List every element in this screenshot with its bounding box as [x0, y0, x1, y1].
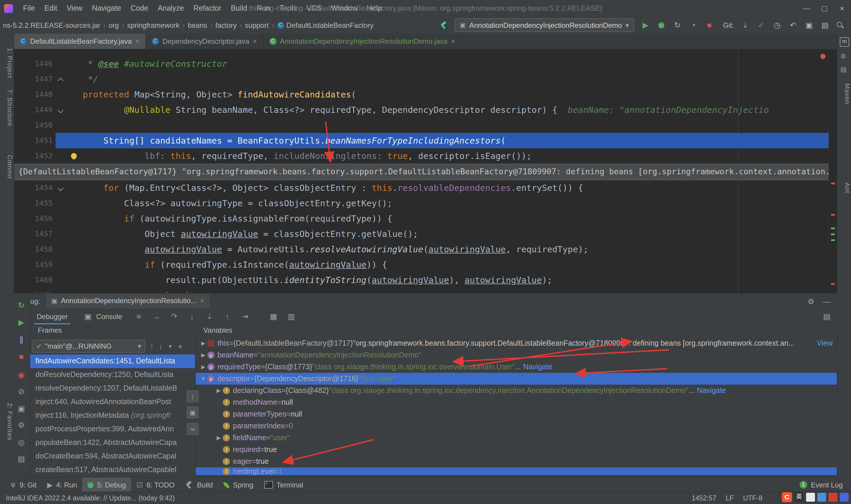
git-shelf-icon[interactable]	[804, 20, 814, 30]
navigate-link[interactable]: Navigate	[697, 385, 726, 396]
gutter-fold[interactable]	[56, 87, 66, 102]
pin-tab-icon[interactable]	[17, 437, 26, 447]
frame-row[interactable]: createBean:517, AbstractAutowireCapablel	[30, 463, 195, 477]
menu-file[interactable]: File	[18, 0, 40, 17]
menu-code[interactable]: Code	[126, 0, 153, 17]
code-editor[interactable]: 1446 * @see #autowireConstructor1447 */1…	[14, 49, 837, 293]
line-number[interactable]: 1457	[14, 226, 56, 242]
fold-expand-icon[interactable]	[58, 107, 64, 113]
toolwindow-item-5-debug[interactable]: 5: Debug	[83, 478, 131, 492]
menu-window[interactable]: Window	[326, 0, 362, 17]
frame-row[interactable]: postProcessProperties:399, AutowiredAnn	[30, 422, 195, 436]
tree-arrow-icon[interactable]: ▶	[215, 432, 223, 444]
stop-button[interactable]	[705, 20, 714, 30]
toolwindow-item-terminal[interactable]: Terminal	[259, 478, 309, 492]
menu-tools[interactable]: Tools	[275, 0, 302, 17]
line-number[interactable]: 1450	[14, 118, 56, 133]
line-number[interactable]: 1460	[14, 272, 56, 288]
code-text[interactable]	[83, 118, 829, 133]
git-history-icon[interactable]	[773, 20, 782, 30]
line-number[interactable]: 1454	[14, 180, 56, 196]
toolwindow-item-9-git[interactable]: 9: Git	[5, 478, 42, 492]
code-text[interactable]: lbf: this, requiredType, includeNonSingl…	[83, 148, 829, 164]
navigate-link[interactable]: Navigate	[523, 361, 552, 373]
settings-sliders-icon[interactable]	[287, 312, 296, 321]
right-stripe-gear-icon[interactable]	[840, 53, 846, 60]
variable-row-parameterIndex[interactable]: fparameterIndex = 0	[196, 420, 837, 432]
close-icon[interactable]	[200, 296, 204, 305]
line-number[interactable]: 1459	[14, 257, 56, 272]
gutter-fold[interactable]	[56, 102, 66, 118]
menu-navigate[interactable]: Navigate	[87, 0, 126, 17]
code-text[interactable]: */	[83, 72, 829, 87]
tree-arrow-icon[interactable]: ▶	[199, 337, 207, 349]
frame-down-icon[interactable]	[159, 342, 163, 351]
frame-row[interactable]: findAutowireCandidates:1451, DefaultList…	[30, 355, 195, 368]
code-text[interactable]: Class<?> autowiringType = classObjectEnt…	[83, 196, 829, 211]
line-separator[interactable]: LF	[726, 494, 734, 502]
right-stripe-panel-icon[interactable]	[840, 66, 847, 73]
line-number[interactable]: 1452	[14, 148, 56, 164]
toolwindow-item-6-todo[interactable]: 6: TODO	[131, 478, 180, 492]
run-configuration-select[interactable]: AnnotationDependencyInjectionResolutionD…	[454, 18, 634, 32]
gutter-fold[interactable]	[56, 118, 66, 133]
tab-debugger[interactable]: Debugger	[33, 309, 71, 324]
gutter-fold[interactable]	[56, 288, 66, 293]
toolwindow-item-spring[interactable]: Spring	[218, 478, 258, 492]
filter-icon[interactable]	[168, 342, 173, 351]
line-number[interactable]: 1461	[14, 288, 56, 293]
menu-vcs[interactable]: VCS	[302, 0, 326, 17]
fold-collapse-icon[interactable]	[58, 78, 64, 84]
code-text[interactable]: autowiringValue = AutowireUtils.resolveA…	[83, 242, 829, 257]
add-icon[interactable]	[178, 342, 183, 351]
tab-console[interactable]: Console	[79, 309, 126, 324]
menu-analyze[interactable]: Analyze	[153, 0, 189, 17]
gutter-fold[interactable]	[56, 72, 66, 87]
resume-icon[interactable]	[17, 317, 26, 327]
variable-row-parameterTypes[interactable]: fparameterTypes = null	[196, 408, 837, 420]
gear-icon[interactable]	[808, 297, 814, 306]
variable-row-beanName[interactable]: ▶pbeanName = "annotationDependencyInject…	[196, 349, 837, 361]
menu-view[interactable]: View	[62, 0, 87, 17]
gutter-fold[interactable]	[56, 148, 66, 164]
thread-dump-icon[interactable]	[17, 403, 26, 413]
code-text[interactable]: protected Map<String, Object> findAutowi…	[83, 87, 829, 102]
coverage-button[interactable]	[673, 20, 682, 30]
force-step-into-icon[interactable]	[205, 312, 215, 321]
tree-arrow-icon[interactable]: ▶	[199, 361, 207, 373]
step-into-icon[interactable]	[187, 312, 197, 321]
code-text[interactable]: for (Map.Entry<Class<?>, Object> classOb…	[83, 180, 829, 196]
cursor-position[interactable]: 1452:57	[692, 494, 716, 502]
view-breakpoints-icon[interactable]	[17, 370, 26, 379]
run-button[interactable]	[641, 20, 650, 30]
error-stripe-mark[interactable]	[831, 214, 835, 216]
frame-row[interactable]: inject:640, AutowiredAnnotationBeanPost	[30, 395, 195, 409]
code-text[interactable]: if (autowiringType.isAssignableFrom(requ…	[83, 211, 829, 226]
variable-row-declaringClass[interactable]: ▶fdeclaringClass = {Class@482} "class or…	[196, 385, 837, 396]
code-text[interactable]: break;	[83, 288, 829, 293]
vcs-stripe-mark[interactable]	[831, 239, 835, 241]
pause-icon[interactable]	[17, 335, 26, 344]
hide-panel-icon[interactable]	[822, 297, 830, 306]
menu-edit[interactable]: Edit	[40, 0, 62, 17]
menu-run[interactable]: Run	[252, 0, 275, 17]
line-number[interactable]: 1447	[14, 72, 56, 87]
tab-defaultlistablebeanfactory-java[interactable]: CDefaultListableBeanFactory.java	[14, 34, 146, 49]
vcs-stripe-mark[interactable]	[831, 233, 835, 235]
debug-settings-icon[interactable]	[17, 420, 26, 430]
close-icon[interactable]	[253, 37, 257, 46]
close-icon[interactable]	[135, 37, 140, 46]
frame-row[interactable]: resolveDependency:1207, DefaultListableB	[30, 382, 195, 395]
variable-row-descriptor[interactable]: ▼pdescriptor = {DependencyDescriptor@171…	[196, 373, 837, 385]
gutter-fold[interactable]	[56, 196, 66, 211]
fold-expand-icon[interactable]	[58, 185, 64, 191]
maven-icon[interactable]: m	[840, 37, 849, 47]
error-stripe-mark[interactable]	[831, 283, 835, 285]
close-icon[interactable]	[833, 0, 851, 17]
breadcrumb-item[interactable]: springframework	[126, 21, 181, 29]
debug-session-tab[interactable]: AnnotationDependencyInjectionResolutio..…	[46, 293, 210, 309]
vcs-stripe-mark[interactable]	[831, 228, 835, 229]
code-text[interactable]: @Nullable String beanName, Class<?> requ…	[83, 102, 829, 118]
line-number[interactable]: 1456	[14, 211, 56, 226]
gutter-fold[interactable]	[56, 242, 66, 257]
